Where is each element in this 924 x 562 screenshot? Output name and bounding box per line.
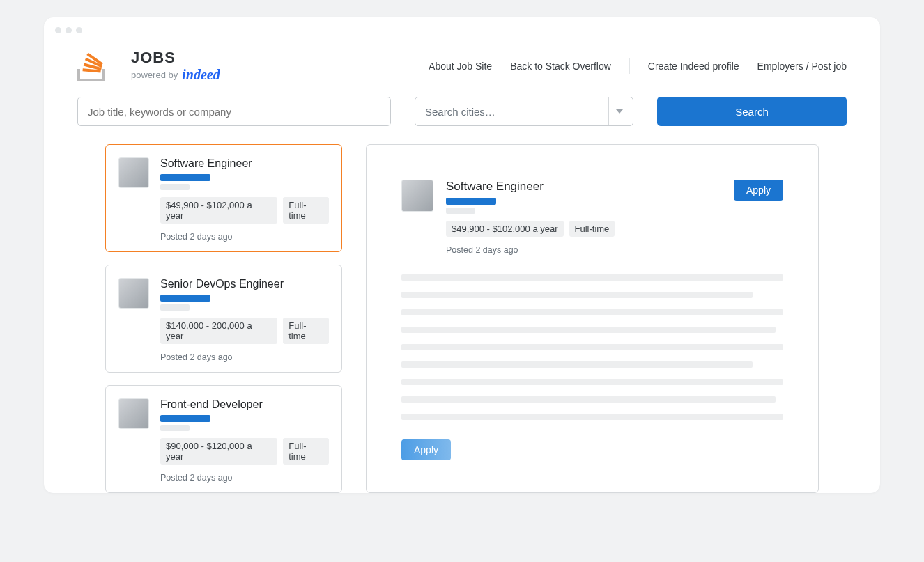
posted-label: Posted 2 days ago [160,473,329,483]
jobtype-tag: Full-time [283,197,329,224]
window-dot-icon [55,27,61,33]
company-name-placeholder [446,198,496,205]
keywords-input[interactable] [77,97,391,126]
company-logo-icon [118,398,149,429]
chevron-down-icon [608,97,623,125]
nav-about[interactable]: About Job Site [429,61,492,72]
job-detail: Software Engineer $49,900 - $102,000 a y… [366,144,819,493]
job-title: Senior DevOps Engineer [160,278,329,290]
job-title: Software Engineer [160,157,329,170]
stackoverflow-logo-icon [77,51,105,81]
window-controls [44,17,880,36]
location-placeholder [160,184,190,190]
job-card[interactable]: Senior DevOps Engineer $140,000 - 200,00… [105,265,342,373]
jobtype-tag: Full-time [569,221,615,237]
search-button[interactable]: Search [657,97,847,126]
indeed-logo: indeed [182,67,220,83]
company-logo-icon [118,157,149,188]
salary-tag: $49,900 - $102,000 a year [160,197,277,224]
nav-create-profile[interactable]: Create Indeed profile [648,61,739,72]
nav-back[interactable]: Back to Stack Overflow [510,61,611,72]
search-bar: Search cities… Search [44,97,880,144]
posted-label: Posted 2 days ago [160,352,329,362]
posted-label: Posted 2 days ago [446,245,721,255]
window-dot-icon [66,27,72,33]
top-nav: About Job Site Back to Stack Overflow Cr… [429,58,847,74]
salary-tag: $90,000 - $120,000 a year [160,438,277,465]
brand: JOBS powered by indeed [77,49,220,83]
nav-employers[interactable]: Employers / Post job [757,61,847,72]
salary-tag: $49,900 - $102,000 a year [446,221,564,237]
window-dot-icon [76,27,82,33]
company-logo-icon [118,278,149,309]
company-name-placeholder [160,415,210,422]
description-placeholder [401,274,783,420]
jobtype-tag: Full-time [283,318,329,344]
app-window: JOBS powered by indeed About Job Site Ba… [44,17,880,493]
salary-tag: $140,000 - 200,000 a year [160,318,277,344]
company-name-placeholder [160,295,210,302]
posted-label: Posted 2 days ago [160,232,329,242]
content: Software Engineer $49,900 - $102,000 a y… [44,144,880,493]
location-placeholder [446,208,475,214]
job-title: Front-end Developer [160,398,329,411]
company-logo-icon [401,180,433,212]
apply-button-bottom[interactable]: Apply [401,439,451,460]
detail-title: Software Engineer [446,180,721,194]
header: JOBS powered by indeed About Job Site Ba… [44,36,880,97]
brand-title: JOBS [131,49,220,67]
divider [118,54,118,78]
apply-button[interactable]: Apply [734,180,783,201]
location-placeholder [160,425,190,431]
location-placeholder [160,304,190,311]
divider [629,58,630,74]
job-card[interactable]: Front-end Developer $90,000 - $120,000 a… [105,385,342,493]
job-card[interactable]: Software Engineer $49,900 - $102,000 a y… [105,144,342,252]
job-list: Software Engineer $49,900 - $102,000 a y… [105,144,342,493]
company-name-placeholder [160,174,210,181]
city-select[interactable]: Search cities… [415,97,633,126]
city-select-placeholder: Search cities… [425,106,495,118]
jobtype-tag: Full-time [283,438,329,465]
brand-text: JOBS powered by indeed [131,49,220,83]
powered-by-label: powered by [131,70,178,80]
